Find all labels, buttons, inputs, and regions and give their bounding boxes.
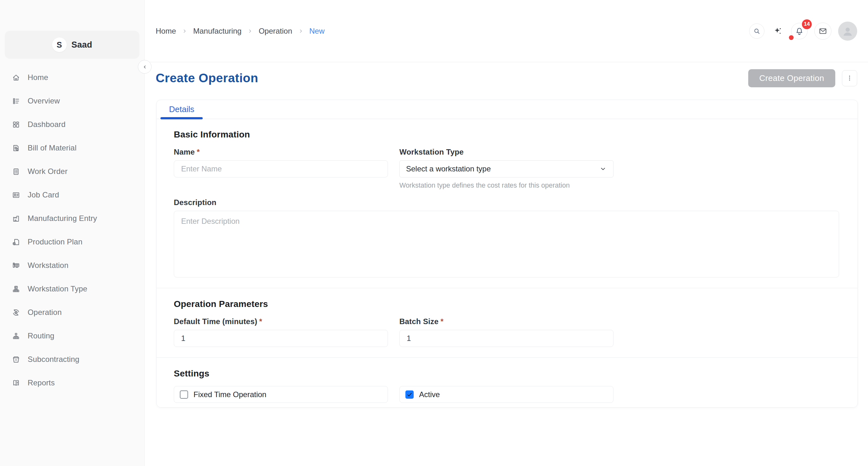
- bill-of-material-icon: [12, 144, 20, 153]
- sidebar-item-label: Subcontracting: [28, 355, 80, 364]
- workstation-icon: [12, 261, 20, 270]
- reports-icon: [12, 379, 20, 387]
- chevron-left-icon: [142, 64, 148, 70]
- description-row: Description: [174, 198, 838, 277]
- sidebar-item-home[interactable]: Home: [0, 66, 145, 89]
- checkbox-unchecked[interactable]: [180, 391, 188, 399]
- sidebar-collapse-button[interactable]: [138, 60, 152, 74]
- active-tab-indicator: [160, 117, 203, 119]
- work-order-icon: [12, 167, 20, 176]
- app-window: S Saad Home Overview Dashboard Bill of M…: [0, 0, 868, 466]
- dashboard-icon: [12, 120, 20, 129]
- required-marker: *: [259, 317, 262, 326]
- chevron-right-icon: [298, 28, 304, 34]
- sidebar-item-label: Overview: [28, 97, 60, 105]
- search-icon: [753, 27, 761, 35]
- fixed-time-operation-checkbox[interactable]: Fixed Time Operation: [174, 386, 388, 403]
- workstation-type-help-text: Workstation type defines the cost rates …: [399, 181, 614, 190]
- manufacturing-entry-icon: [12, 214, 20, 223]
- chevron-right-icon: [181, 28, 188, 34]
- notification-count-badge: 14: [802, 20, 812, 29]
- sidebar-item-label: Manufacturing Entry: [28, 214, 97, 223]
- sidebar-item-label: Production Plan: [28, 237, 82, 246]
- sidebar-item-work-order[interactable]: Work Order: [0, 160, 145, 183]
- brand-avatar: S: [52, 37, 67, 52]
- sidebar-item-workstation[interactable]: Workstation: [0, 254, 145, 277]
- chevron-down-icon: [599, 165, 607, 173]
- ai-assistant-button[interactable]: [771, 25, 784, 38]
- sidebar-item-label: Workstation Type: [28, 285, 87, 293]
- tab-bar: Details: [157, 100, 858, 119]
- topbar-actions: 14: [749, 22, 857, 41]
- sidebar-item-job-card[interactable]: Job Card: [0, 183, 145, 207]
- sidebar-item-label: Workstation: [28, 261, 68, 270]
- breadcrumb-operation[interactable]: Operation: [259, 27, 292, 36]
- sparkles-icon: [772, 26, 783, 36]
- description-field: Description: [174, 198, 839, 277]
- batch-size-input[interactable]: [399, 330, 614, 347]
- sidebar-item-bill-of-material[interactable]: Bill of Material: [0, 136, 145, 160]
- default-time-input[interactable]: [174, 330, 388, 347]
- create-operation-button[interactable]: Create Operation: [748, 69, 835, 87]
- sidebar-item-reports[interactable]: Reports: [0, 371, 145, 395]
- subcontracting-icon: [12, 355, 20, 364]
- operation-parameters-heading: Operation Parameters: [174, 288, 838, 309]
- required-marker: *: [197, 147, 200, 156]
- fixed-time-operation-label: Fixed Time Operation: [193, 390, 266, 399]
- brand[interactable]: S Saad: [5, 31, 140, 59]
- tab-details[interactable]: Details: [160, 100, 203, 119]
- sidebar-item-routing[interactable]: Routing: [0, 324, 145, 347]
- workstation-type-field: Workstation Type Select a workstation ty…: [399, 147, 614, 190]
- operation-icon: [12, 308, 20, 317]
- details-card: Details Basic Information Name* Workstat…: [156, 100, 858, 408]
- basic-information-row: Name* Workstation Type Select a workstat…: [174, 147, 838, 190]
- home-icon: [12, 73, 20, 82]
- batch-size-field: Batch Size*: [399, 317, 614, 347]
- breadcrumb-manufacturing[interactable]: Manufacturing: [193, 27, 242, 36]
- workstation-type-label: Workstation Type: [399, 147, 614, 157]
- messages-button[interactable]: [814, 23, 832, 40]
- form-body: Basic Information Name* Workstation Type…: [157, 119, 858, 413]
- search-button[interactable]: [749, 24, 765, 39]
- default-time-label: Default Time (minutes)*: [174, 317, 388, 326]
- settings-heading: Settings: [174, 358, 838, 379]
- sidebar-item-workstation-type[interactable]: Workstation Type: [0, 277, 145, 301]
- basic-information-heading: Basic Information: [174, 119, 838, 140]
- name-input[interactable]: [174, 160, 388, 177]
- active-checkbox[interactable]: Active: [399, 386, 614, 403]
- more-options-button[interactable]: [842, 70, 857, 86]
- breadcrumb-home[interactable]: Home: [156, 27, 176, 36]
- sidebar-item-production-plan[interactable]: Production Plan: [0, 230, 145, 254]
- topbar: Home Manufacturing Operation New 14: [145, 0, 868, 62]
- sidebar-item-label: Operation: [28, 308, 62, 317]
- user-avatar[interactable]: [838, 22, 857, 41]
- breadcrumb-current: New: [309, 27, 325, 36]
- sidebar-item-subcontracting[interactable]: Subcontracting: [0, 347, 145, 371]
- overview-icon: [12, 97, 20, 105]
- batch-size-label: Batch Size*: [399, 317, 614, 326]
- notification-dot: [789, 35, 794, 40]
- sidebar-item-label: Bill of Material: [28, 143, 76, 153]
- sidebar-item-label: Dashboard: [28, 120, 65, 129]
- job-card-icon: [12, 191, 20, 199]
- name-label: Name*: [174, 147, 388, 157]
- check-icon: [406, 391, 413, 398]
- sidebar-item-label: Work Order: [28, 167, 68, 176]
- sidebar-item-overview[interactable]: Overview: [0, 89, 145, 113]
- brand-name: Saad: [71, 40, 92, 50]
- notifications-button[interactable]: 14: [791, 23, 808, 39]
- workstation-type-select[interactable]: Select a workstation type: [399, 160, 614, 177]
- bell-icon: [795, 26, 804, 36]
- sidebar-item-label: Routing: [28, 331, 54, 340]
- page-header: Create Operation Create Operation: [156, 68, 857, 88]
- description-textarea[interactable]: [174, 211, 839, 277]
- sidebar-item-operation[interactable]: Operation: [0, 301, 145, 324]
- sidebar-item-manufacturing-entry[interactable]: Manufacturing Entry: [0, 207, 145, 230]
- routing-icon: [12, 332, 20, 340]
- workstation-type-icon: [12, 285, 20, 293]
- name-field: Name*: [174, 147, 388, 190]
- checkbox-checked[interactable]: [405, 391, 414, 399]
- sidebar-item-dashboard[interactable]: Dashboard: [0, 113, 145, 136]
- operation-parameters-row: Default Time (minutes)* Batch Size*: [174, 317, 838, 347]
- active-label: Active: [419, 390, 440, 399]
